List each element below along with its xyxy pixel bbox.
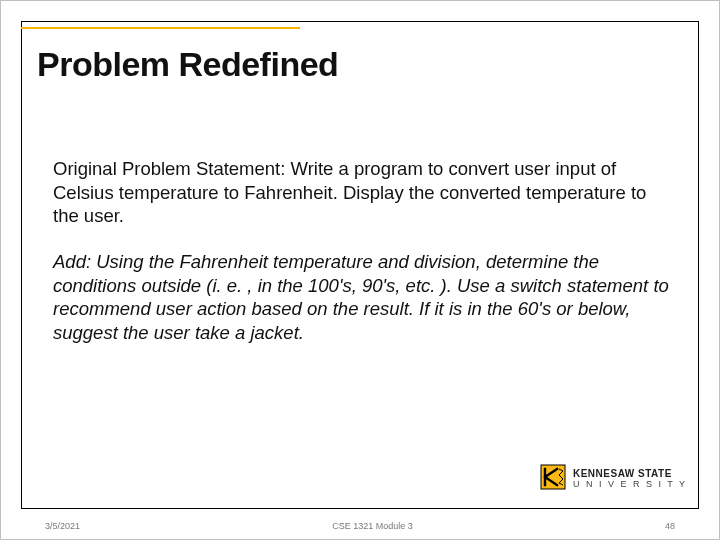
ksu-logo-mark xyxy=(539,463,567,495)
accent-rule xyxy=(21,27,300,29)
ksu-logo: KENNESAW STATE U N I V E R S I T Y xyxy=(539,463,687,495)
slide-body: Original Problem Statement: Write a prog… xyxy=(53,157,673,367)
slide-title: Problem Redefined xyxy=(37,45,338,84)
footer: 3/5/2021 CSE 1321 Module 3 48 xyxy=(1,521,719,531)
footer-page: 48 xyxy=(665,521,675,531)
slide: Problem Redefined Original Problem State… xyxy=(0,0,720,540)
logo-line1: KENNESAW STATE xyxy=(573,469,687,480)
logo-line2: U N I V E R S I T Y xyxy=(573,480,687,489)
paragraph-add: Add: Using the Fahrenheit temperature an… xyxy=(53,250,673,345)
footer-course: CSE 1321 Module 3 xyxy=(332,521,413,531)
ksu-logo-text: KENNESAW STATE U N I V E R S I T Y xyxy=(573,469,687,489)
paragraph-original: Original Problem Statement: Write a prog… xyxy=(53,157,673,228)
footer-date: 3/5/2021 xyxy=(45,521,80,531)
